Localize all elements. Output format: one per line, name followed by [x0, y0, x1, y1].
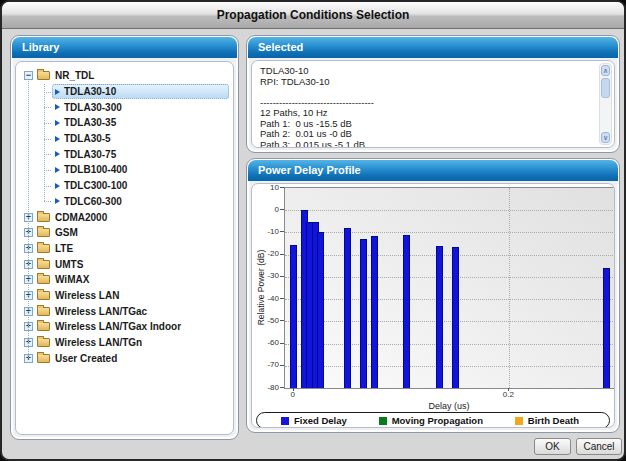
y-tick-label: -60 [252, 338, 279, 347]
folder-icon [37, 322, 50, 331]
power-delay-profile-panel: Power Delay Profile Relative Power (dB) … [246, 158, 620, 433]
tree-item-label: TDLA30-35 [64, 117, 116, 128]
y-tick-mark [280, 298, 284, 299]
expand-icon[interactable]: + [24, 291, 33, 300]
legend-swatch-icon [379, 417, 387, 425]
y-tick-label: -40 [252, 294, 279, 303]
pdp-panel-title: Power Delay Profile [258, 164, 361, 176]
dialog-title: Propagation Conditions Selection [217, 8, 410, 22]
selected-panel-title: Selected [258, 41, 303, 53]
expand-icon[interactable]: + [24, 322, 33, 331]
pdp-bar [403, 235, 410, 388]
pdp-bar [360, 239, 367, 388]
y-tick-label: -30 [252, 271, 279, 280]
y-tick-mark [280, 276, 284, 277]
tree-item-tdla30-35[interactable]: TDLA30-35 [16, 115, 233, 131]
tree-item-umts[interactable]: +UMTS [16, 256, 233, 272]
tree-item-tdla30-10[interactable]: TDLA30-10 [16, 84, 233, 100]
y-tick-mark [280, 231, 284, 232]
legend-item-birth-death: Birth Death [515, 415, 579, 426]
expand-icon[interactable]: + [24, 228, 33, 237]
tree-item-label: LTE [55, 243, 73, 254]
tree-item-row-highlight: TDLA30-75 [52, 147, 229, 162]
y-tick-mark [280, 343, 284, 344]
legend-swatch-icon [515, 417, 523, 425]
tree-item-gsm[interactable]: +GSM [16, 225, 233, 241]
expand-icon[interactable]: + [24, 307, 33, 316]
tree-item-cdma2000[interactable]: +CDMA2000 [16, 209, 233, 225]
folder-icon [37, 354, 50, 363]
tree-item-tdla30-5[interactable]: TDLA30-5 [16, 131, 233, 147]
pdp-bar [436, 246, 443, 388]
scroll-down-icon[interactable]: ∨ [601, 132, 610, 143]
propagation-conditions-dialog: Propagation Conditions Selection Library… [0, 0, 626, 461]
tree-item-nr-tdl[interactable]: −NR_TDL [16, 68, 233, 84]
library-panel-header: Library [12, 37, 237, 58]
tree-item-wimax[interactable]: +WiMAX [16, 272, 233, 288]
tree-item-wireless-lan-tgax-indoor[interactable]: +Wireless LAN/TGax Indoor [16, 319, 233, 335]
tree-item-label: UMTS [55, 259, 83, 270]
y-axis-title: Relative Power (dB) [256, 188, 267, 388]
y-tick-mark [280, 254, 284, 255]
pdp-plot [284, 187, 615, 389]
tree-item-label: NR_TDL [55, 70, 94, 81]
cancel-button[interactable]: Cancel [576, 438, 622, 455]
folder-icon [37, 260, 50, 269]
y-tick-label: 0 [252, 205, 279, 214]
y-tick-label: -50 [252, 316, 279, 325]
collapse-icon[interactable]: − [24, 71, 33, 80]
scroll-up-icon[interactable]: ∧ [601, 65, 610, 76]
expand-icon[interactable]: + [24, 260, 33, 269]
tree-item-row-highlight: TDLA30-10 [52, 84, 229, 99]
leaf-arrow-icon [55, 198, 60, 204]
tree-item-wireless-lan-tgac[interactable]: +Wireless LAN/TGac [16, 303, 233, 319]
expand-icon[interactable]: + [24, 338, 33, 347]
leaf-arrow-icon [55, 151, 60, 157]
tree-item-label: TDLB100-400 [64, 164, 127, 175]
leaf-arrow-icon [55, 120, 60, 126]
folder-icon [37, 338, 50, 347]
folder-icon [37, 71, 50, 80]
scrollbar-thumb[interactable] [601, 78, 610, 98]
folder-icon [37, 213, 50, 222]
library-panel-body: −NR_TDLTDLA30-10TDLA30-300TDLA30-35TDLA3… [15, 61, 234, 435]
tree-item-label: GSM [55, 227, 78, 238]
expand-icon[interactable]: + [24, 244, 33, 253]
vertical-scrollbar[interactable]: ∧ ∨ [599, 63, 612, 145]
pdp-bar [603, 268, 610, 388]
ok-button[interactable]: OK [534, 438, 571, 455]
tree-item-wireless-lan-tgn[interactable]: +Wireless LAN/TGn [16, 335, 233, 351]
y-tick-mark [280, 187, 284, 188]
tree-item-wireless-lan[interactable]: +Wireless LAN [16, 288, 233, 304]
tree-item-label: WiMAX [55, 274, 89, 285]
library-tree: −NR_TDLTDLA30-10TDLA30-300TDLA30-35TDLA3… [16, 62, 233, 434]
expand-icon[interactable]: + [24, 275, 33, 284]
tree-item-tdlc60-300[interactable]: TDLC60-300 [16, 194, 233, 210]
tree-item-label: TDLA30-300 [64, 102, 122, 113]
y-tick-label: -10 [252, 227, 279, 236]
tree-item-tdlb100-400[interactable]: TDLB100-400 [16, 162, 233, 178]
expand-icon[interactable]: + [24, 354, 33, 363]
pdp-panel-header: Power Delay Profile [248, 160, 618, 181]
tree-item-tdla30-300[interactable]: TDLA30-300 [16, 99, 233, 115]
legend-label: Moving Propagation [392, 415, 483, 426]
leaf-arrow-icon [55, 167, 60, 173]
legend-label: Fixed Delay [294, 415, 347, 426]
tree-item-user-created[interactable]: +User Created [16, 350, 233, 366]
tree-item-label: User Created [55, 353, 117, 364]
tree-item-row-highlight: TDLA30-5 [52, 131, 229, 146]
tree-item-row-highlight: TDLC60-300 [52, 194, 229, 209]
expand-icon[interactable]: + [24, 213, 33, 222]
tree-item-label: TDLA30-75 [64, 149, 116, 160]
tree-item-row-highlight: TDLC300-100 [52, 178, 229, 193]
legend-swatch-icon [281, 417, 289, 425]
tree-item-lte[interactable]: +LTE [16, 241, 233, 257]
tree-item-tdla30-75[interactable]: TDLA30-75 [16, 146, 233, 162]
tree-item-row-highlight: TDLA30-35 [52, 115, 229, 130]
y-gridline [285, 321, 615, 322]
y-gridline [285, 344, 615, 345]
tree-item-row-highlight: TDLA30-300 [52, 100, 229, 115]
tree-item-tdlc300-100[interactable]: TDLC300-100 [16, 178, 233, 194]
y-gridline [285, 255, 615, 256]
y-gridline [285, 366, 615, 367]
